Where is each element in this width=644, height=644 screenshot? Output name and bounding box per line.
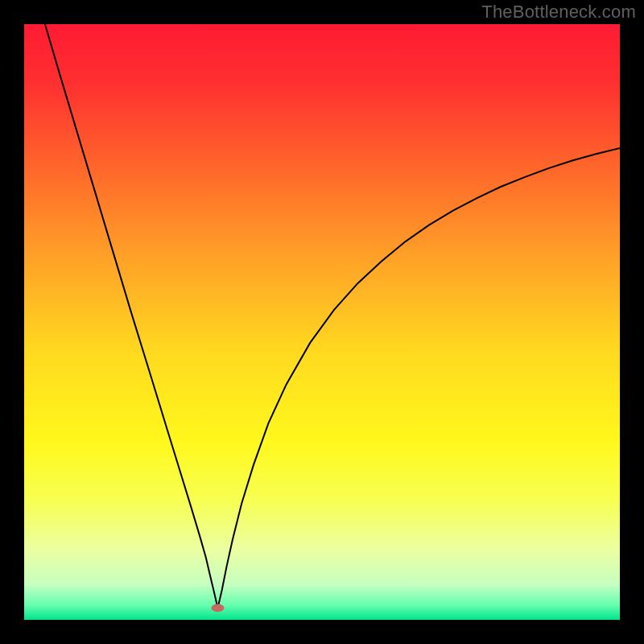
plot-area [24, 24, 620, 620]
gradient-background [24, 24, 620, 620]
optimal-point-marker [212, 604, 225, 612]
watermark-text: TheBottleneck.com [481, 2, 636, 23]
chart-frame: TheBottleneck.com [0, 0, 644, 644]
chart-svg [24, 24, 620, 620]
